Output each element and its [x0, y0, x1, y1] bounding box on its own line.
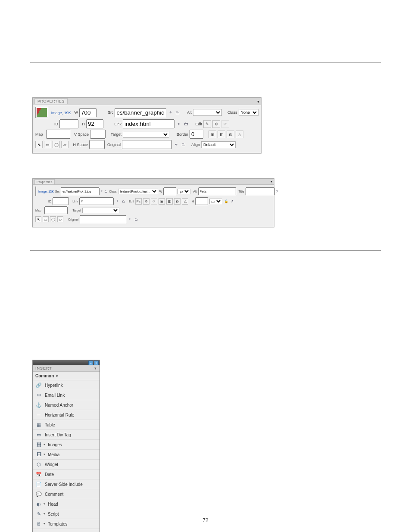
- insert-item[interactable]: ✉Email Link: [33, 390, 100, 400]
- properties-tab[interactable]: PROPERTIES: [34, 98, 68, 104]
- edit-ps-icon[interactable]: Ps: [135, 198, 142, 205]
- point-to-file-icon[interactable]: ⌖: [168, 109, 173, 115]
- crop-icon[interactable]: ▣: [209, 131, 216, 138]
- brightness-icon[interactable]: ◐: [174, 198, 181, 205]
- panel-menu-icon[interactable]: ▾: [94, 366, 97, 370]
- point-to-file-icon[interactable]: ⌖: [128, 217, 132, 222]
- panel-menu-icon[interactable]: ▾: [257, 99, 259, 104]
- insert-item[interactable]: ─Horizontal Rule: [33, 410, 100, 420]
- original-input[interactable]: [80, 215, 126, 223]
- insert-item-icon: ✎: [35, 510, 42, 517]
- rect-hotspot-icon[interactable]: [43, 216, 49, 222]
- src-input[interactable]: [61, 187, 100, 195]
- width-label: W: [159, 190, 162, 193]
- brightness-icon[interactable]: ◐: [227, 131, 234, 138]
- map-input[interactable]: [44, 206, 68, 214]
- browse-folder-icon[interactable]: 🗀: [121, 199, 126, 204]
- insert-item[interactable]: 📄Server-Side Include: [33, 479, 100, 489]
- point-to-file-icon[interactable]: ⌖: [101, 189, 103, 194]
- height-input[interactable]: [86, 119, 103, 128]
- insert-item[interactable]: ⚓Named Anchor: [33, 400, 100, 410]
- panel-menu-icon[interactable]: ▾: [271, 180, 272, 184]
- id-input[interactable]: [53, 197, 69, 205]
- rect-hotspot-icon[interactable]: [44, 141, 51, 148]
- panel-close-icon[interactable]: ×: [94, 361, 99, 365]
- browse-folder-icon[interactable]: 🗀: [183, 121, 189, 127]
- edit-disabled-icon: ⟳: [221, 120, 229, 128]
- id-input[interactable]: [59, 119, 78, 128]
- map-input[interactable]: [46, 130, 70, 139]
- height-label: H: [80, 122, 85, 126]
- point-to-file-icon[interactable]: ⌖: [115, 199, 120, 204]
- image-thumbnail[interactable]: [35, 107, 48, 118]
- insert-item[interactable]: ⬡Widget: [33, 460, 100, 470]
- insert-item-icon: 🏷: [35, 530, 42, 532]
- height-input[interactable]: [195, 197, 208, 205]
- browse-folder-icon[interactable]: 🗀: [174, 109, 180, 115]
- link-label: Link: [70, 200, 78, 203]
- insert-item-label: Widget: [45, 462, 58, 467]
- insert-item[interactable]: ▦Table: [33, 420, 100, 430]
- properties-tab[interactable]: Properties: [34, 179, 55, 184]
- hspace-input[interactable]: [89, 140, 105, 149]
- insert-item-icon: ⚓: [35, 401, 42, 408]
- alt-input[interactable]: [198, 187, 236, 195]
- insert-item[interactable]: ▭Insert Div Tag: [33, 430, 100, 440]
- link-input[interactable]: [79, 197, 114, 205]
- pointer-tool-icon[interactable]: [35, 216, 41, 222]
- insert-item[interactable]: ◐▾Head: [33, 499, 100, 509]
- lock-aspect-icon[interactable]: 🔒: [224, 199, 228, 204]
- width-input[interactable]: [79, 108, 97, 117]
- map-label: Map: [35, 132, 45, 137]
- insert-item[interactable]: 📅Date: [33, 470, 100, 479]
- target-select[interactable]: [123, 131, 169, 138]
- image-thumbnail[interactable]: [35, 187, 36, 196]
- poly-hotspot-icon[interactable]: [61, 141, 68, 148]
- height-unit-select[interactable]: px: [209, 199, 222, 204]
- link-input[interactable]: [123, 119, 174, 128]
- width-unit-select[interactable]: px: [177, 189, 190, 194]
- insert-item[interactable]: 🖼▾Images: [33, 440, 100, 450]
- properties-panel-2: Properties ▾ Image, 13K Src ⌖ 🗀 Class fe…: [32, 178, 274, 227]
- crop-icon[interactable]: ▣: [159, 198, 165, 205]
- sharpen-icon[interactable]: △: [182, 198, 188, 205]
- insert-item[interactable]: 🔗Hyperlink: [33, 380, 100, 390]
- target-select[interactable]: [82, 208, 119, 213]
- alt-select[interactable]: [193, 109, 222, 116]
- browse-folder-icon[interactable]: 🗀: [134, 217, 138, 222]
- insert-item[interactable]: 💬Comment: [33, 489, 100, 499]
- oval-hotspot-icon[interactable]: [50, 216, 56, 222]
- vspace-label: V Space: [72, 132, 89, 137]
- poly-hotspot-icon[interactable]: [57, 216, 63, 222]
- insert-item[interactable]: 🏷Tag Chooser: [33, 529, 100, 532]
- insert-item[interactable]: 🎞▾Media: [33, 450, 100, 460]
- oval-hotspot-icon[interactable]: [53, 141, 60, 148]
- insert-tab[interactable]: INSERT ▾: [33, 365, 100, 372]
- browse-folder-icon[interactable]: 🗀: [181, 142, 187, 148]
- resample-icon[interactable]: ◧: [166, 198, 173, 205]
- pointer-tool-icon[interactable]: [35, 141, 43, 148]
- edit-update-icon[interactable]: ⟳: [151, 198, 157, 205]
- browse-folder-icon[interactable]: 🗀: [104, 189, 108, 194]
- edit-settings-icon[interactable]: ⚙: [212, 120, 220, 128]
- width-input[interactable]: [163, 187, 176, 195]
- point-to-file-icon[interactable]: ⌖: [173, 142, 179, 148]
- edit-label: Edit: [194, 122, 202, 126]
- edit-settings-icon[interactable]: ⚙: [143, 198, 149, 205]
- src-input[interactable]: [115, 108, 166, 117]
- vspace-input[interactable]: [90, 130, 106, 139]
- help-icon[interactable]: ?: [276, 189, 278, 194]
- class-select[interactable]: None: [239, 109, 258, 116]
- original-input[interactable]: [122, 140, 172, 149]
- panel-collapse-icon[interactable]: –: [88, 361, 93, 365]
- insert-category[interactable]: Common▼: [33, 372, 100, 380]
- resample-icon[interactable]: ◧: [218, 131, 225, 138]
- border-input[interactable]: [190, 130, 203, 139]
- class-select[interactable]: featuredProduct feat…: [118, 189, 158, 194]
- sharpen-icon[interactable]: △: [236, 131, 243, 138]
- title-input[interactable]: [246, 187, 275, 195]
- align-select[interactable]: Default: [201, 141, 236, 148]
- point-to-file-icon[interactable]: ⌖: [176, 121, 182, 127]
- reset-size-icon[interactable]: ↺: [230, 199, 234, 204]
- edit-external-icon[interactable]: ✎: [203, 120, 211, 128]
